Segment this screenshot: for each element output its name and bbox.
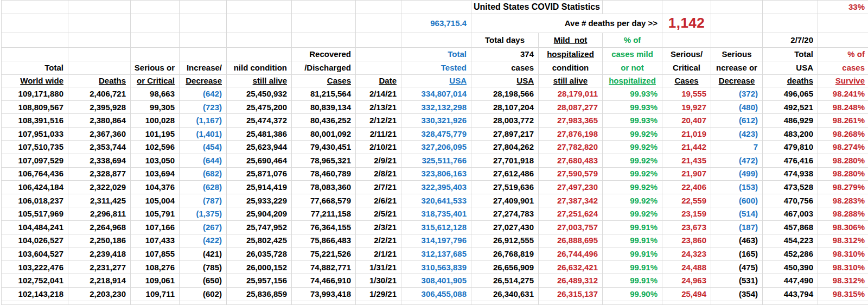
empty-cell[interactable] — [818, 301, 868, 304]
table-cell[interactable]: 99,305 — [131, 100, 180, 114]
table-cell[interactable]: (372) — [711, 87, 763, 101]
table-cell[interactable]: 2,395,928 — [68, 100, 131, 114]
table-cell[interactable]: 2/2/21 — [356, 234, 401, 247]
table-cell[interactable]: 22,406 — [662, 181, 711, 194]
table-cell[interactable]: 27,876,198 — [539, 127, 603, 141]
table-cell[interactable]: 21,019 — [662, 127, 711, 141]
table-cell[interactable]: 99.91% — [603, 234, 662, 247]
table-cell[interactable]: 78,460,789 — [292, 167, 356, 181]
table-cell[interactable]: (1,375) — [180, 207, 227, 221]
empty-cell[interactable] — [711, 33, 763, 48]
empty-cell[interactable] — [2, 48, 68, 61]
table-cell[interactable]: 26,744,496 — [539, 247, 603, 261]
table-cell[interactable]: (642) — [180, 87, 227, 101]
table-cell[interactable]: 27,680,483 — [539, 154, 603, 167]
table-cell[interactable]: 102,752,041 — [2, 274, 68, 288]
table-cell[interactable]: 77,668,579 — [292, 194, 356, 207]
header-cell[interactable]: Total — [2, 61, 68, 75]
table-cell[interactable]: (628) — [180, 181, 227, 194]
table-cell[interactable]: 25,957,156 — [227, 274, 292, 288]
table-cell[interactable]: 492,521 — [763, 100, 818, 114]
table-cell[interactable]: 99.90% — [603, 287, 662, 301]
table-cell[interactable]: 314,197,796 — [401, 234, 471, 247]
table-cell[interactable]: 104,376 — [131, 181, 180, 194]
table-cell[interactable]: 306,455,088 — [401, 287, 471, 301]
table-cell[interactable]: 496,065 — [763, 87, 818, 101]
table-cell[interactable]: 26,888,695 — [539, 234, 603, 247]
table-cell[interactable]: 75,221,526 — [292, 247, 356, 261]
table-cell[interactable]: 315,612,128 — [401, 220, 471, 234]
table-cell[interactable]: 322,395,403 — [401, 181, 471, 194]
empty-cell[interactable] — [763, 301, 818, 304]
table-cell[interactable]: 99.92% — [603, 207, 662, 221]
table-cell[interactable]: 2/6/21 — [356, 194, 401, 207]
table-cell[interactable]: 25,450,932 — [227, 87, 292, 101]
empty-cell[interactable] — [539, 301, 603, 304]
table-cell[interactable]: 25,747,952 — [227, 220, 292, 234]
table-cell[interactable]: 98.280% — [818, 154, 868, 167]
header-cell[interactable]: Mild not — [539, 33, 603, 48]
table-cell[interactable]: 81,215,564 — [292, 87, 356, 101]
table-cell[interactable]: 2/11/21 — [356, 127, 401, 141]
table-cell[interactable]: 2/7/21 — [356, 181, 401, 194]
table-cell[interactable]: 26,632,421 — [539, 260, 603, 274]
table-cell[interactable]: (612) — [711, 114, 763, 128]
empty-cell[interactable] — [2, 1, 68, 14]
table-cell[interactable]: 23,159 — [662, 207, 711, 221]
table-cell[interactable]: 77,211,158 — [292, 207, 356, 221]
table-cell[interactable]: 323,806,163 — [401, 167, 471, 181]
table-cell[interactable]: (644) — [180, 154, 227, 167]
empty-cell[interactable] — [180, 301, 227, 304]
table-cell[interactable]: 23,673 — [662, 220, 711, 234]
empty-cell[interactable] — [180, 14, 227, 33]
table-cell[interactable]: 108,276 — [131, 260, 180, 274]
table-cell[interactable]: 99.91% — [603, 274, 662, 288]
table-cell[interactable]: 27,612,486 — [471, 167, 539, 181]
table-cell[interactable]: 2,250,186 — [68, 234, 131, 247]
empty-cell[interactable] — [292, 33, 356, 48]
table-cell[interactable]: 2,338,694 — [68, 154, 131, 167]
header-cell[interactable]: /Discharged — [292, 61, 356, 75]
table-cell[interactable]: 98.268% — [818, 127, 868, 141]
empty-cell[interactable] — [356, 48, 401, 61]
table-cell[interactable]: (1,167) — [180, 114, 227, 128]
table-cell[interactable]: 102,143,218 — [2, 287, 68, 301]
table-cell[interactable]: 27,409,901 — [471, 194, 539, 207]
table-cell[interactable]: (480) — [711, 100, 763, 114]
total-days-value[interactable]: 374 — [471, 48, 539, 61]
empty-cell[interactable] — [68, 14, 131, 33]
table-cell[interactable]: 2,328,877 — [68, 167, 131, 181]
header-cell[interactable]: Critical — [662, 61, 711, 75]
table-cell[interactable]: 476,416 — [763, 154, 818, 167]
table-cell[interactable]: 27,387,342 — [539, 194, 603, 207]
table-cell[interactable]: 105,004 — [131, 194, 180, 207]
table-cell[interactable]: 101,195 — [131, 127, 180, 141]
table-cell[interactable]: 2,264,968 — [68, 220, 131, 234]
header-cell[interactable]: Serious or — [131, 61, 180, 75]
table-cell[interactable]: 21,435 — [662, 154, 711, 167]
header-cell[interactable]: Date — [356, 75, 401, 87]
table-cell[interactable]: 1/31/21 — [356, 260, 401, 274]
empty-cell[interactable] — [2, 33, 68, 48]
table-cell[interactable]: (514) — [711, 207, 763, 221]
table-cell[interactable]: 80,436,252 — [292, 114, 356, 128]
table-cell[interactable]: 26,489,312 — [539, 274, 603, 288]
table-cell[interactable]: 21,442 — [662, 141, 711, 154]
table-cell[interactable]: 328,475,779 — [401, 127, 471, 141]
table-cell[interactable]: 27,274,783 — [471, 207, 539, 221]
table-cell[interactable]: 2,406,721 — [68, 87, 131, 101]
empty-cell[interactable] — [180, 33, 227, 48]
table-cell[interactable]: 80,839,134 — [292, 100, 356, 114]
table-cell[interactable]: 103,222,476 — [2, 260, 68, 274]
table-cell[interactable]: 103,694 — [131, 167, 180, 181]
table-cell[interactable]: 25,904,209 — [227, 207, 292, 221]
empty-cell[interactable] — [763, 1, 818, 14]
empty-cell[interactable] — [356, 1, 401, 14]
empty-cell[interactable] — [68, 33, 131, 48]
header-cell[interactable]: nild condition — [227, 61, 292, 75]
table-cell[interactable]: 109,061 — [131, 274, 180, 288]
table-cell[interactable]: 103,050 — [131, 154, 180, 167]
table-cell[interactable]: 28,198,566 — [471, 87, 539, 101]
table-cell[interactable]: 27,782,820 — [539, 141, 603, 154]
table-cell[interactable]: 98.280% — [818, 167, 868, 181]
